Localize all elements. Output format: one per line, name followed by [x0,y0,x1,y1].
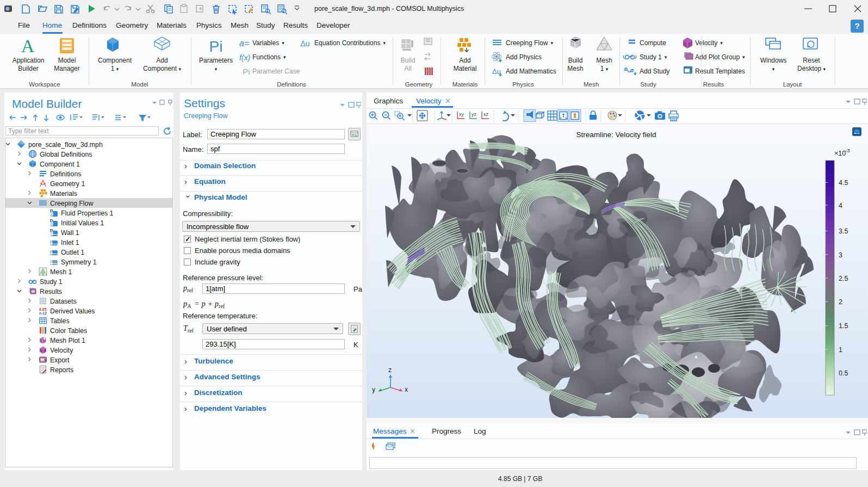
svg-text:2.5: 2.5 [839,275,848,282]
svg-text:8.85: 8.85 [39,307,47,311]
svg-text:Streamline: Velocity field: Streamline: Velocity field [576,131,656,139]
svg-text:4.5: 4.5 [839,179,848,187]
svg-text:Mesh Plot 1: Mesh Plot 1 [50,337,85,344]
svg-text:Study 1: Study 1 [40,278,63,286]
svg-text:Color Tables: Color Tables [50,327,87,335]
svg-text:A: A [21,36,35,56]
svg-text:2: 2 [839,298,842,306]
svg-text:Creeping Flow: Creeping Flow [50,200,93,207]
svg-text:z: z [388,366,392,374]
svg-text:Fluid Properties 1: Fluid Properties 1 [61,209,114,217]
svg-text:xy: xy [459,112,464,117]
svg-text:Tables: Tables [50,317,70,325]
svg-text:xz: xz [483,112,489,117]
svg-text:Global Definitions: Global Definitions [40,151,92,158]
svg-text:0.5: 0.5 [839,369,848,377]
svg-text:Results: Results [40,288,62,295]
svg-text:pore_scale_flow_3d.mph: pore_scale_flow_3d.mph [28,141,103,149]
svg-text:e-12: e-12 [39,311,47,315]
svg-text:1: 1 [839,346,842,354]
svg-text:Geometry 1: Geometry 1 [50,180,85,188]
svg-text:1.5: 1.5 [839,322,848,330]
svg-text:-3: -3 [845,147,850,153]
svg-text:Materials: Materials [50,190,77,198]
svg-text:Outlet 1: Outlet 1 [61,249,84,256]
svg-text:Component 1: Component 1 [40,161,80,168]
svg-text:f(x): f(x) [239,53,250,62]
svg-text:a=: a= [239,39,249,48]
svg-text:Symmetry 1: Symmetry 1 [61,258,97,266]
svg-text:×10: ×10 [834,150,846,157]
svg-text:Pi: Pi [243,67,250,76]
svg-text:Definitions: Definitions [50,170,81,178]
svg-text:Initial Values 1: Initial Values 1 [61,219,104,227]
svg-text:Wall 1: Wall 1 [61,229,79,237]
svg-text:Δu: Δu [300,39,309,48]
svg-text:yz: yz [472,112,477,117]
svg-text:Reports: Reports [50,366,73,374]
svg-text:Pi: Pi [209,38,223,55]
svg-text:Derived Values: Derived Values [50,307,95,315]
svg-text:Datasets: Datasets [50,298,77,305]
svg-text:3.5: 3.5 [839,227,848,235]
svg-text:Velocity: Velocity [50,347,73,354]
svg-text:Inlet 1: Inlet 1 [61,239,79,246]
svg-text:4: 4 [839,202,842,209]
svg-text:Mesh 1: Mesh 1 [50,268,72,276]
svg-text:Export: Export [50,356,70,364]
svg-text:y: y [372,386,375,393]
svg-text:x: x [405,386,408,393]
svg-text:3: 3 [839,251,842,259]
